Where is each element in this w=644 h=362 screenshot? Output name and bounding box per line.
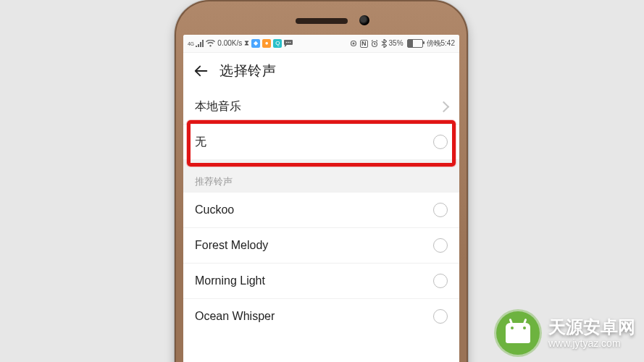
app-bar: 选择铃声 — [183, 53, 459, 89]
section-title: 推荐铃声 — [183, 169, 459, 188]
status-bar-left: 4G 0.00K/s ⧗ ◆ ● Q — [188, 39, 293, 48]
ringtone-list: 本地音乐 无 推荐铃声 Cuckoo Forest Melody Morning… — [183, 89, 459, 334]
radio-icon — [433, 274, 448, 288]
page-title: 选择铃声 — [219, 62, 276, 80]
phone-speaker — [296, 18, 348, 24]
chat-bubble-icon — [284, 40, 293, 47]
ringtone-label: Forest Melody — [195, 239, 268, 252]
wifi-icon — [206, 40, 215, 47]
svg-point-1 — [288, 42, 289, 43]
ringtone-label: Morning Light — [195, 274, 265, 287]
phone-screen: 4G 0.00K/s ⧗ ◆ ● Q N — [183, 35, 459, 362]
signal-gen-icon: 4G — [188, 41, 193, 46]
radio-icon — [433, 238, 448, 253]
watermark-url: www.jytyaz.com — [548, 337, 635, 349]
net-speed-label: 0.00K/s — [217, 40, 242, 47]
app-tile-2-icon: ● — [262, 39, 271, 48]
nfc-icon: N — [360, 40, 368, 48]
svg-point-0 — [286, 42, 288, 43]
none-option-row[interactable]: 无 — [183, 124, 459, 159]
radio-icon — [433, 309, 448, 324]
watermark: 天源安卓网 www.jytyaz.com — [496, 311, 635, 355]
chevron-right-icon — [438, 101, 450, 112]
hourglass-icon: ⧗ — [244, 40, 249, 47]
section-gap — [183, 159, 459, 169]
ringtone-row[interactable]: Forest Melody — [183, 227, 459, 263]
ringtone-row[interactable]: Ocean Whisper — [183, 298, 459, 334]
none-option-label: 无 — [195, 135, 206, 150]
eye-comfort-icon — [349, 39, 358, 48]
phone-frame: 4G 0.00K/s ⧗ ◆ ● Q N — [175, 0, 468, 362]
ringtone-label: Cuckoo — [195, 203, 234, 216]
signal-strength-icon — [196, 40, 204, 47]
local-music-row[interactable]: 本地音乐 — [183, 89, 459, 124]
watermark-badge — [496, 311, 540, 355]
ringtone-row[interactable]: Cuckoo — [183, 193, 459, 227]
app-tile-3-icon: Q — [273, 39, 282, 48]
ringtone-label: Ocean Whisper — [195, 310, 275, 323]
phone-camera — [359, 15, 369, 25]
battery-icon — [407, 39, 423, 48]
back-button[interactable] — [193, 63, 209, 79]
watermark-cn: 天源安卓网 — [548, 317, 635, 337]
alarm-icon — [370, 39, 379, 48]
ringtone-row[interactable]: Morning Light — [183, 263, 459, 298]
clock-label: 傍晚5:42 — [427, 40, 455, 47]
svg-point-4 — [353, 43, 355, 45]
watermark-text: 天源安卓网 www.jytyaz.com — [548, 317, 635, 349]
radio-icon — [433, 203, 448, 217]
local-music-label: 本地音乐 — [195, 99, 241, 114]
status-bar-right: N 35% 傍晚5:42 — [349, 39, 455, 48]
android-icon — [506, 323, 530, 343]
bluetooth-icon — [381, 39, 387, 48]
status-bar: 4G 0.00K/s ⧗ ◆ ● Q N — [183, 35, 459, 53]
radio-icon — [433, 135, 448, 149]
battery-pct-label: 35% — [389, 40, 403, 47]
app-tile-1-icon: ◆ — [251, 39, 260, 48]
svg-point-2 — [290, 42, 291, 43]
